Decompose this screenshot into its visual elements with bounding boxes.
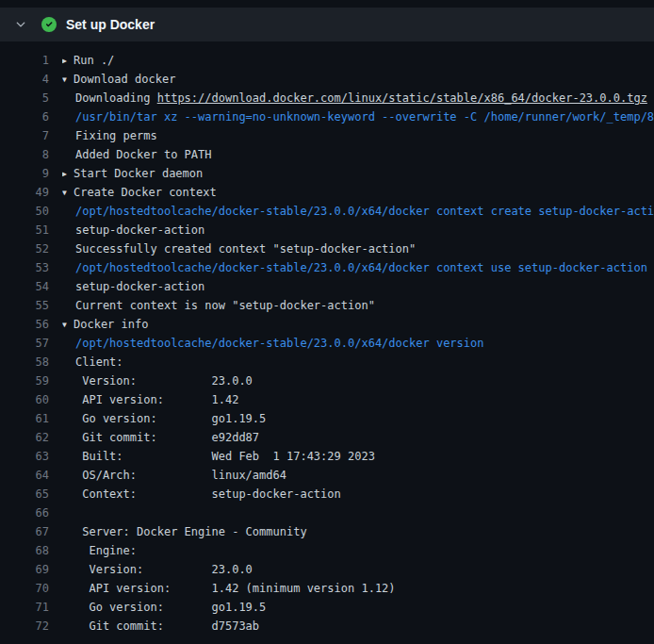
line-number[interactable]: 8 [0,145,49,164]
line-content: ▼Download docker [62,70,654,89]
log-text: Context: setup-docker-action [75,487,341,501]
log-text: Go version: go1.19.5 [75,601,266,614]
log-text: Run ./ [74,54,114,67]
group-collapsed-arrow-icon[interactable]: ▶ [62,165,74,183]
line-number[interactable]: 57 [0,334,49,353]
line-number[interactable]: 51 [0,221,49,239]
group-collapsed-arrow-icon[interactable]: ▶ [62,52,74,70]
line-number[interactable]: 60 [0,390,49,409]
log-line: 65 Context: setup-docker-action [0,485,654,504]
line-number[interactable]: 63 [0,447,49,466]
line-number[interactable]: 65 [0,485,49,504]
log-line: 69 Version: 23.0.0 [0,560,654,579]
log-line: 62 Git commit: e92dd87 [0,428,654,447]
line-number[interactable]: 61 [0,409,49,428]
line-content: setup-docker-action [62,277,654,296]
line-content: Added Docker to PATH [62,145,654,164]
line-content: Git commit: d7573ab [62,617,654,636]
log-line: 71 Go version: go1.19.5 [0,598,654,617]
line-content: API version: 1.42 (minimum version 1.12) [62,579,654,598]
log-group-line[interactable]: 1▶Run ./ [0,51,654,70]
line-content: Engine: [62,541,654,560]
log-line: 63 Built: Wed Feb 1 17:43:29 2023 [0,447,654,466]
log-text: Docker info [74,318,148,331]
log-line: 64 OS/Arch: linux/amd64 [0,466,654,485]
line-number[interactable]: 62 [0,428,49,447]
line-number[interactable]: 56 [0,315,49,334]
line-content: ▼Create Docker context [62,183,654,202]
line-content: ▶Run ./ [62,51,654,70]
log-line: 55Current context is now "setup-docker-a… [0,296,654,315]
log-group-line[interactable]: 9▶Start Docker daemon [0,164,654,183]
line-number[interactable]: 49 [0,183,49,202]
line-content: Go version: go1.19.5 [62,598,654,617]
actions-log-page: Set up Docker 1▶Run ./4▼Download docker5… [0,0,654,644]
line-content: Server: Docker Engine - Community [62,522,654,541]
line-content: ▼Docker info [62,315,654,334]
line-content: Fixing perms [62,126,654,145]
line-content: Successfully created context "setup-dock… [62,239,654,258]
line-number[interactable]: 4 [0,70,49,89]
log-area: 1▶Run ./4▼Download docker5Downloading ht… [0,41,654,636]
group-expanded-arrow-icon[interactable]: ▼ [62,316,74,334]
line-number[interactable]: 72 [0,617,49,636]
line-number[interactable]: 64 [0,466,49,485]
log-line: 50/opt/hostedtoolcache/docker-stable/23.… [0,202,654,221]
line-number[interactable]: 71 [0,598,49,617]
log-line: 5Downloading https://download.docker.com… [0,89,654,107]
line-number[interactable]: 69 [0,560,49,579]
line-number[interactable]: 6 [0,107,49,126]
log-text: Git commit: e92dd87 [75,431,259,444]
log-command-text: /opt/hostedtoolcache/docker-stable/23.0.… [75,205,654,218]
log-text: setup-docker-action [75,280,204,293]
log-line: 70 API version: 1.42 (minimum version 1.… [0,579,654,598]
line-number[interactable]: 5 [0,89,49,107]
line-number[interactable]: 7 [0,126,49,145]
line-number[interactable]: 53 [0,258,49,277]
line-number[interactable]: 58 [0,353,49,372]
line-content: setup-docker-action [62,221,654,239]
group-expanded-arrow-icon[interactable]: ▼ [62,71,74,89]
log-group-line[interactable]: 49▼Create Docker context [0,183,654,202]
log-text: Engine: [75,544,137,557]
log-text: Fixing perms [75,129,157,142]
log-link[interactable]: https://download.docker.com/linux/static… [157,91,647,105]
line-content: ▶Start Docker daemon [62,164,654,183]
chevron-down-icon[interactable] [15,19,26,30]
log-line: 7Fixing perms [0,126,654,145]
log-line: 61 Go version: go1.19.5 [0,409,654,428]
log-text: Current context is now "setup-docker-act… [75,299,375,312]
line-number[interactable]: 54 [0,277,49,296]
log-command-text: /usr/bin/tar xz --warning=no-unknown-key… [75,110,654,124]
line-number[interactable]: 66 [0,504,49,522]
line-content: Client: [62,353,654,372]
check-circle-icon [41,17,57,32]
log-text: Built: Wed Feb 1 17:43:29 2023 [75,450,375,463]
log-line: 52Successfully created context "setup-do… [0,239,654,258]
line-number[interactable]: 55 [0,296,49,315]
line-content: OS/Arch: linux/amd64 [62,466,654,485]
line-content: Built: Wed Feb 1 17:43:29 2023 [62,447,654,466]
line-number[interactable]: 67 [0,522,49,541]
line-number[interactable]: 52 [0,239,49,258]
log-text: API version: 1.42 (minimum version 1.12) [75,582,396,595]
line-content: API version: 1.42 [62,390,654,409]
line-number[interactable]: 59 [0,372,49,390]
log-group-line[interactable]: 56▼Docker info [0,315,654,334]
line-content: /opt/hostedtoolcache/docker-stable/23.0.… [62,202,654,221]
line-number[interactable]: 70 [0,579,49,598]
line-number[interactable]: 50 [0,202,49,221]
line-content: Go version: go1.19.5 [62,409,654,428]
group-expanded-arrow-icon[interactable]: ▼ [62,184,74,202]
log-text: API version: 1.42 [75,393,238,406]
line-number[interactable]: 9 [0,164,49,183]
line-number[interactable]: 1 [0,51,49,70]
line-number[interactable]: 68 [0,541,49,560]
line-content [62,504,654,522]
log-text: Added Docker to PATH [75,148,212,161]
step-header[interactable]: Set up Docker [0,8,654,41]
log-line: 59 Version: 23.0.0 [0,372,654,390]
log-text: Start Docker daemon [74,167,203,180]
line-content: /opt/hostedtoolcache/docker-stable/23.0.… [62,258,654,277]
log-group-line[interactable]: 4▼Download docker [0,70,654,89]
